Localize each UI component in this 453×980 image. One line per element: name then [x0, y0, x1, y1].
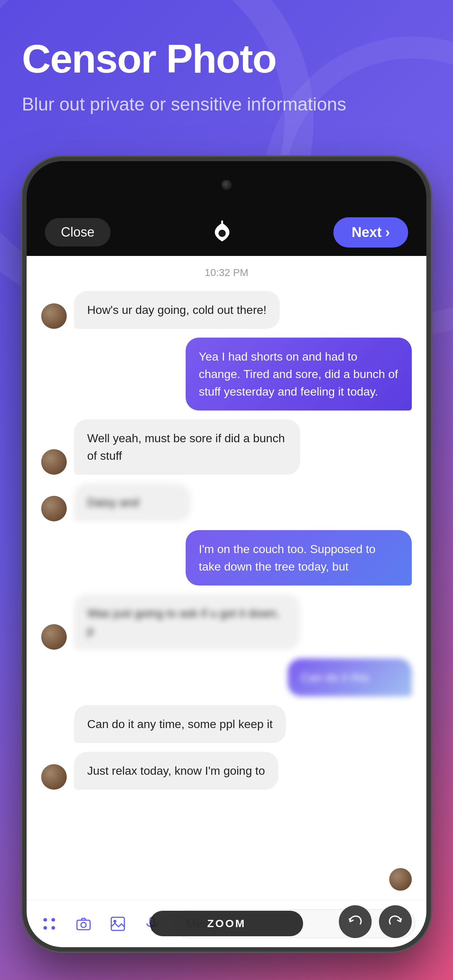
chat-bubble-blurred: Can do it this — [288, 659, 412, 696]
chat-messages-area: 10:32 PM How's ur day going, cold out th… — [27, 256, 426, 900]
chat-bubble-blurred: Was just going to ask if u got it down, … — [74, 594, 300, 650]
camera-icon[interactable] — [72, 912, 95, 935]
phone-frame: Close Next › 10:32 PM — [22, 157, 431, 951]
phone-device: Close Next › 10:32 PM — [22, 157, 431, 951]
action-buttons — [339, 905, 412, 938]
avatar-image — [41, 764, 67, 790]
gallery-icon[interactable] — [106, 912, 129, 935]
front-camera — [222, 180, 231, 190]
avatar — [41, 303, 67, 329]
undo-button[interactable] — [339, 905, 372, 938]
message-row: Can do it any time, some ppl keep it — [41, 705, 412, 743]
chat-bubble: Can do it any time, some ppl keep it — [74, 705, 286, 743]
svg-point-8 — [113, 920, 116, 923]
message-row: Was just going to ask if u got it down, … — [41, 594, 412, 650]
svg-point-2 — [51, 918, 55, 922]
svg-point-0 — [219, 230, 226, 237]
svg-point-6 — [81, 923, 86, 928]
avatar-image — [41, 624, 67, 650]
message-row: Just relax today, know I'm going to — [41, 752, 412, 790]
zoom-label: ZOOM — [207, 917, 246, 930]
chat-bubble: Yea I had shorts on and had to change. T… — [186, 337, 412, 410]
message-row: Can do it this — [41, 659, 412, 696]
avatar — [41, 624, 67, 650]
header-section: Censor Photo Blur out private or sensiti… — [22, 37, 431, 117]
chat-bubble: How's ur day going, cold out there! — [74, 291, 280, 329]
grid-dots-icon[interactable] — [38, 912, 61, 935]
svg-point-1 — [43, 918, 47, 922]
censor-icon — [209, 220, 235, 245]
phone-screen-inner: Close Next › 10:32 PM — [27, 161, 426, 947]
next-button[interactable]: Next › — [333, 217, 408, 248]
avatar — [41, 496, 67, 521]
phone-notch — [27, 161, 426, 208]
message-row: I'm on the couch too. Supposed to take d… — [41, 530, 412, 585]
app-toolbar: Close Next › — [27, 208, 426, 256]
message-row: Daisy and — [41, 484, 412, 521]
close-button[interactable]: Close — [45, 218, 110, 247]
avatar — [41, 764, 67, 790]
svg-rect-7 — [111, 917, 124, 931]
chat-bubble: Well yeah, must be sore if did a bunch o… — [74, 419, 300, 475]
chat-timestamp: 10:32 PM — [41, 267, 412, 278]
avatar-image — [41, 496, 67, 521]
message-row: Well yeah, must be sore if did a bunch o… — [41, 419, 412, 475]
avatar-image — [41, 449, 67, 475]
corner-avatar — [389, 868, 412, 891]
zoom-bar: ZOOM — [150, 911, 303, 936]
svg-rect-5 — [77, 920, 90, 930]
page-subtitle: Blur out private or sensitive informatio… — [22, 92, 431, 117]
message-row: Yea I had shorts on and had to change. T… — [41, 337, 412, 410]
avatar — [41, 449, 67, 475]
avatar-image — [41, 303, 67, 329]
chat-bubble: I'm on the couch too. Supposed to take d… — [186, 530, 412, 585]
svg-point-4 — [51, 926, 55, 930]
chat-screen: 10:32 PM How's ur day going, cold out th… — [27, 256, 426, 947]
message-row: How's ur day going, cold out there! — [41, 291, 412, 329]
svg-point-3 — [43, 926, 47, 930]
page-title: Censor Photo — [22, 37, 431, 81]
chat-bubble: Just relax today, know I'm going to — [74, 752, 278, 790]
redo-button[interactable] — [379, 905, 412, 938]
chat-bubble-blurred: Daisy and — [74, 484, 191, 521]
